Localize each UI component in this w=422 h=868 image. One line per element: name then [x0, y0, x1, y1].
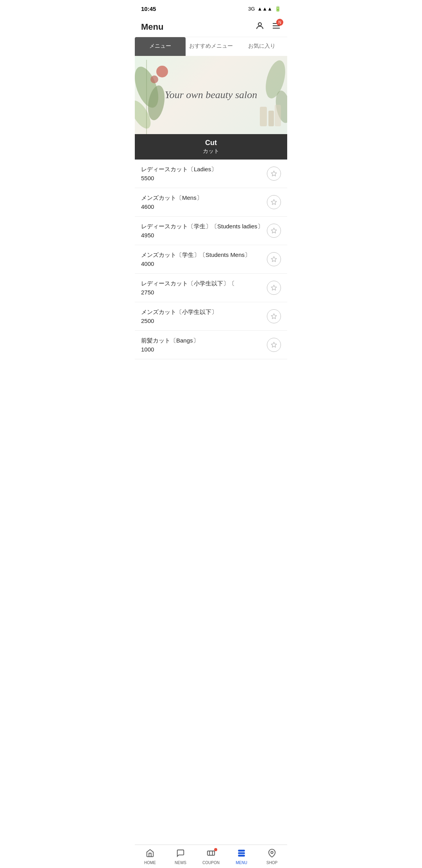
menu-list: レディースカット〔Ladies〕 5500 メンズカット〔Mens〕 4600 …	[135, 160, 287, 391]
network-indicator: 3G	[248, 6, 255, 12]
favorite-button-5[interactable]	[267, 281, 281, 295]
svg-rect-12	[260, 107, 267, 126]
svg-marker-18	[271, 256, 276, 262]
status-time: 10:45	[141, 5, 156, 12]
svg-marker-20	[271, 314, 276, 319]
svg-marker-21	[271, 342, 276, 347]
status-bar: 10:45 3G ▲▲▲ 🔋	[135, 0, 287, 17]
svg-rect-14	[275, 105, 281, 126]
banner-text: Your own beauty salon	[165, 89, 257, 101]
menu-item: 前髪カット〔Bangs〕 1000	[135, 331, 287, 359]
favorite-button-2[interactable]	[267, 195, 281, 209]
menu-item: レディースカット〔小学生以下〕〔 2750	[135, 274, 287, 302]
tab-recommended[interactable]: おすすめメニュー	[186, 37, 236, 56]
banner-cosmetics	[252, 99, 283, 130]
svg-rect-13	[268, 111, 274, 126]
battery-icon: 🔋	[275, 6, 281, 12]
menu-item: メンズカット〔学生〕〔Students Mens〕 4000	[135, 245, 287, 274]
menu-item: メンズカット〔小学生以下〕 2500	[135, 302, 287, 331]
menu-item: レディースカット〔Ladies〕 5500	[135, 160, 287, 188]
menu-item: メンズカット〔Mens〕 4600	[135, 188, 287, 217]
svg-marker-17	[271, 228, 276, 233]
favorite-button-1[interactable]	[267, 167, 281, 181]
menu-tabs: メニュー おすすめメニュー お気に入り	[135, 37, 287, 56]
section-header: Cut カット	[135, 134, 287, 160]
tab-favorites[interactable]: お気に入り	[236, 37, 287, 56]
svg-marker-16	[271, 199, 276, 204]
svg-marker-15	[271, 171, 276, 176]
svg-point-7	[156, 66, 168, 77]
signal-icon: ▲▲▲	[257, 6, 272, 12]
section-title-ja: カット	[139, 148, 283, 155]
menu-badge: N	[276, 19, 283, 26]
menu-item: レディースカット〔学生〕〔Students ladies〕 4950	[135, 217, 287, 245]
favorite-button-4[interactable]	[267, 252, 281, 266]
favorite-button-3[interactable]	[267, 224, 281, 238]
section-title-en: Cut	[139, 139, 283, 147]
header-icons: N	[255, 21, 281, 33]
svg-point-8	[150, 75, 158, 83]
hamburger-menu-icon[interactable]: N	[272, 21, 281, 33]
favorite-button-6[interactable]	[267, 309, 281, 323]
page-title: Menu	[141, 22, 163, 32]
favorite-button-7[interactable]	[267, 338, 281, 352]
app-header: Menu N	[135, 17, 287, 37]
profile-icon[interactable]	[255, 21, 265, 33]
banner: Your own beauty salon	[135, 56, 287, 134]
svg-marker-19	[271, 285, 276, 290]
svg-point-0	[258, 23, 261, 26]
tab-menu[interactable]: メニュー	[135, 37, 186, 56]
status-icons: 3G ▲▲▲ 🔋	[248, 6, 281, 12]
